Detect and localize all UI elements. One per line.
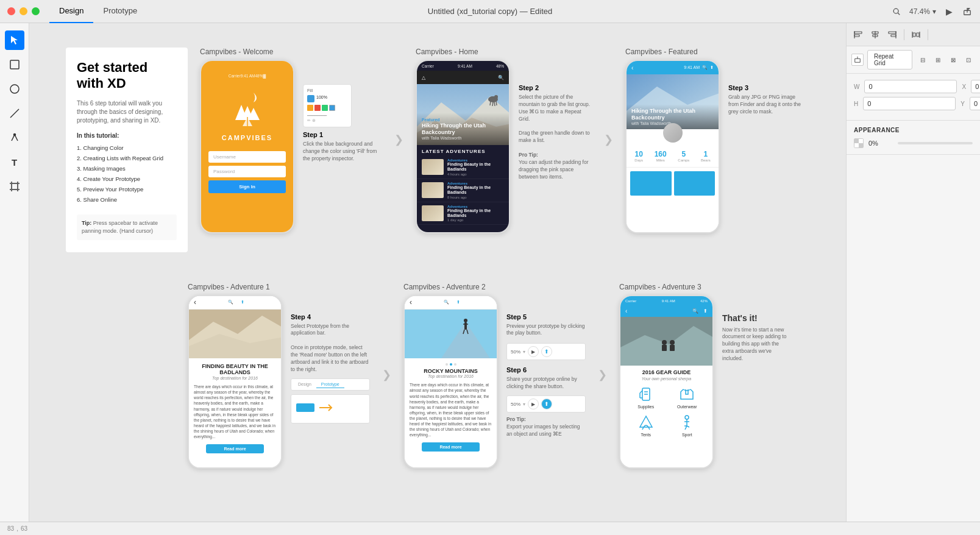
titlebar-right: 47.4% ▾ ▶ — [891, 6, 973, 17]
maximize-button[interactable] — [32, 7, 40, 15]
pen-tool[interactable] — [5, 128, 24, 147]
gear-hero — [620, 317, 712, 366]
artboard-label-adv1: Campvibes - Adventure 1 — [188, 283, 370, 291]
opacity-slider[interactable] — [898, 142, 973, 144]
status-bar-home: Carrier9:41 AM48% — [417, 61, 509, 71]
step4-desc: Select Prototype from the application ba… — [291, 323, 370, 374]
right-panel: Repeat Grid ⊟ ⊞ ⊠ ⊡ W X H Y — [846, 23, 980, 522]
read-more-btn-1[interactable]: Read more — [206, 444, 264, 453]
align-left-icon[interactable] — [851, 28, 865, 41]
gear-back[interactable]: ‹ — [625, 308, 627, 314]
read-more-btn-2[interactable]: Read more — [422, 442, 480, 452]
phone-welcome: Carrier9:41 AM48%▓ — [200, 60, 294, 233]
adventures-title: LATEST ADVENTURES — [417, 145, 509, 156]
gear-status-bar: Carrier 9:41 AM 42% — [620, 296, 712, 306]
step6-desc: Share your prototype online by clicking … — [506, 376, 586, 391]
login-form: Username Password Sign In — [208, 151, 286, 193]
tutorial-panel: Get started with XD This 6 step tutorial… — [66, 48, 188, 252]
thats-it-title: That's it! — [722, 313, 789, 323]
tab-design[interactable]: Design — [49, 0, 93, 23]
svg-line-31 — [496, 101, 497, 105]
align-top-icon[interactable] — [851, 54, 864, 66]
adv-thumb-1 — [422, 159, 444, 175]
repeat-grid-button[interactable]: Repeat Grid — [867, 50, 912, 69]
line-tool[interactable] — [5, 104, 24, 123]
artboard-block-adv1: Campvibes - Adventure 1 ‹ 🔍 ⬆ — [188, 283, 370, 469]
proto-mode-bar: Design Prototype — [291, 378, 370, 391]
prototype-tab[interactable]: Prototype — [316, 381, 344, 388]
campvibes-text: CAMPVIBES — [222, 134, 272, 141]
select-tool[interactable] — [5, 30, 24, 50]
play-button[interactable]: ▶ — [943, 6, 954, 17]
x-input[interactable] — [971, 80, 980, 93]
step-list-item: 3. Masking Images — [77, 163, 177, 174]
username-field[interactable]: Username — [208, 151, 286, 163]
status-bar: Carrier9:41 AM48%▓ — [224, 71, 271, 80]
link-arrow — [291, 394, 370, 423]
step3-title: Step 3 — [728, 84, 801, 91]
align-right-icon[interactable] — [886, 28, 899, 41]
back-arrow[interactable]: ‹ — [631, 65, 633, 71]
svg-point-5 — [10, 85, 19, 93]
share-button[interactable] — [962, 6, 973, 17]
zoom-dropdown-arrow[interactable]: ▾ — [932, 7, 936, 16]
canvas-area[interactable]: Get started with XD This 6 step tutorial… — [29, 23, 846, 522]
step4-block: Step 4 Select Prototype from the applica… — [291, 313, 370, 423]
repeat-grid-toolbar: Repeat Grid ⊟ ⊞ ⊠ ⊡ — [847, 46, 980, 74]
screen-adv1: ‹ 🔍 ⬆ — [189, 296, 281, 467]
repeat-grid-options: ⊟ ⊞ ⊠ ⊡ — [916, 53, 975, 66]
width-input[interactable] — [864, 80, 957, 93]
adv-thumb-2 — [422, 182, 444, 198]
tutorial-title: Get started with XD — [77, 60, 177, 92]
artboard-block-home: Campvibes - Home Carrier9:41 AM48% △ 🔍 — [416, 48, 592, 233]
appearance-section: APPEARANCE 0% — [847, 121, 980, 155]
step1-desc: Click the blue background and change the… — [303, 141, 382, 163]
thats-it-block: That's it! Now it's time to start a new … — [722, 313, 789, 363]
password-field[interactable]: Password — [208, 166, 286, 177]
appearance-title: APPEARANCE — [854, 127, 973, 133]
repeat-grid-opt-4[interactable]: ⊡ — [962, 53, 975, 66]
y-input[interactable] — [970, 97, 980, 110]
artboard-tool[interactable] — [5, 177, 24, 196]
svg-rect-75 — [855, 58, 861, 62]
share-preview-btn[interactable]: ⬆ — [541, 346, 552, 357]
align-center-h-icon[interactable] — [868, 28, 882, 41]
opacity-row: 0% — [854, 138, 973, 148]
rectangle-tool[interactable] — [5, 55, 24, 74]
step3-block: Step 3 Grab any JPG or PNG image from Fi… — [728, 84, 801, 116]
svg-rect-62 — [854, 32, 862, 34]
adv-header-1: ‹ 🔍 ⬆ — [189, 296, 281, 310]
in-this-tutorial: In this tutorial: — [77, 132, 177, 139]
opacity-swatch[interactable] — [854, 138, 864, 148]
user-avatar — [663, 123, 683, 143]
adv-info-3: Adventures Finding Beauty in the Badland… — [447, 205, 504, 222]
repeat-grid-opt-1[interactable]: ⊟ — [916, 53, 929, 66]
adv-subtitle-2: Top destination for 2016 — [410, 374, 492, 378]
tip-box: Tip: Press spacebar to activate panning … — [77, 214, 177, 239]
step-list-item: 2. Creating Lists with Repeat Grid — [77, 153, 177, 163]
tab-prototype[interactable]: Prototype — [93, 0, 147, 23]
gear-item-outerwear: Outerwear — [669, 386, 706, 409]
close-button[interactable] — [7, 7, 15, 15]
ellipse-tool[interactable] — [5, 79, 24, 99]
color-inspector: Fill 100% — [303, 84, 352, 127]
play-preview-btn[interactable]: ▶ — [528, 346, 539, 357]
search-icon[interactable] — [891, 6, 902, 17]
share-btn[interactable]: ⬆ — [541, 399, 552, 409]
sign-in-button[interactable]: Sign In — [208, 180, 286, 193]
step2-title: Step 2 — [519, 84, 592, 91]
adv-thumb-3 — [422, 205, 444, 221]
svg-point-60 — [685, 416, 689, 419]
repeat-grid-opt-2[interactable]: ⊞ — [931, 53, 945, 66]
gear-item-supplies: Supplies — [628, 386, 664, 409]
stat-camps: 5 Camps — [678, 150, 689, 162]
design-tab[interactable]: Design — [293, 381, 316, 388]
play-share-btn[interactable]: ▶ — [528, 399, 539, 409]
adv-header-2: ‹ 🔍 ⬆ — [405, 296, 497, 310]
distribute-h-icon[interactable] — [909, 28, 923, 41]
repeat-grid-opt-3[interactable]: ⊠ — [946, 53, 960, 66]
height-input[interactable] — [863, 97, 956, 110]
text-tool[interactable]: T — [5, 152, 24, 172]
zoom-control[interactable]: 47.4% ▾ — [909, 7, 936, 16]
minimize-button[interactable] — [20, 7, 27, 15]
